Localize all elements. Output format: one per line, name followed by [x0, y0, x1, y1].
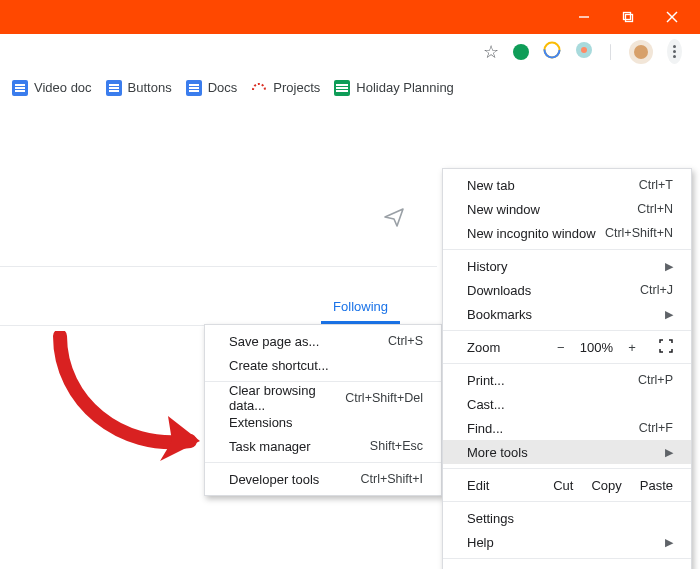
chevron-right-icon: ▶	[665, 536, 673, 549]
kebab-menu-button[interactable]	[667, 39, 682, 64]
menu-print[interactable]: Print...Ctrl+P	[443, 368, 691, 392]
menu-extensions[interactable]: Extensions	[205, 410, 441, 434]
menu-more-tools[interactable]: More tools▶	[443, 440, 691, 464]
chrome-main-menu: New tabCtrl+T New windowCtrl+N New incog…	[442, 168, 692, 569]
divider	[0, 266, 437, 267]
docs-icon	[106, 80, 122, 96]
menu-new-window[interactable]: New windowCtrl+N	[443, 197, 691, 221]
menu-new-tab[interactable]: New tabCtrl+T	[443, 173, 691, 197]
menu-clear-browsing-data[interactable]: Clear browsing data...Ctrl+Shift+Del	[205, 386, 441, 410]
browser-toolbar: ☆ │	[0, 34, 700, 70]
zoom-in-button[interactable]: +	[623, 340, 641, 355]
minimize-button[interactable]	[562, 0, 606, 34]
docs-icon	[12, 80, 28, 96]
star-icon[interactable]: ☆	[483, 41, 499, 63]
extension-icon-3[interactable]	[575, 41, 593, 62]
menu-find[interactable]: Find...Ctrl+F	[443, 416, 691, 440]
maximize-button[interactable]	[606, 0, 650, 34]
menu-help[interactable]: Help▶	[443, 530, 691, 554]
bookmark-holiday[interactable]: Holiday Planning	[334, 80, 454, 96]
chevron-right-icon: ▶	[665, 308, 673, 321]
annotation-arrow	[50, 331, 220, 471]
separator	[443, 558, 691, 559]
edit-paste[interactable]: Paste	[640, 478, 673, 493]
menu-new-incognito[interactable]: New incognito windowCtrl+Shift+N	[443, 221, 691, 245]
separator	[205, 381, 441, 382]
menu-cast[interactable]: Cast...	[443, 392, 691, 416]
menu-history[interactable]: History▶	[443, 254, 691, 278]
svg-rect-2	[626, 15, 633, 22]
menu-zoom: Zoom − 100% +	[443, 335, 691, 359]
menu-developer-tools[interactable]: Developer toolsCtrl+Shift+I	[205, 467, 441, 491]
menu-downloads[interactable]: DownloadsCtrl+J	[443, 278, 691, 302]
menu-save-page[interactable]: Save page as...Ctrl+S	[205, 329, 441, 353]
svg-point-8	[581, 47, 587, 53]
tab-following[interactable]: Following	[321, 290, 400, 324]
docs-icon	[186, 80, 202, 96]
bookmarks-bar: Video doc Buttons Docs Projects Holiday …	[0, 70, 700, 106]
separator	[443, 249, 691, 250]
sheets-icon	[334, 80, 350, 96]
svg-rect-1	[624, 13, 631, 20]
menu-settings[interactable]: Settings	[443, 506, 691, 530]
zoom-value: 100%	[580, 340, 613, 355]
more-tools-submenu: Save page as...Ctrl+S Create shortcut...…	[204, 324, 442, 496]
bookmark-video-doc[interactable]: Video doc	[12, 80, 92, 96]
edit-copy[interactable]: Copy	[591, 478, 621, 493]
separator	[443, 330, 691, 331]
separator	[443, 363, 691, 364]
extension-icon-1[interactable]	[513, 44, 529, 60]
bookmark-projects[interactable]: Projects	[251, 78, 320, 97]
extension-icon-2[interactable]	[543, 41, 561, 62]
close-button[interactable]	[650, 0, 694, 34]
separator	[443, 468, 691, 469]
zoom-out-button[interactable]: −	[552, 340, 570, 355]
chevron-right-icon: ▶	[665, 446, 673, 459]
menu-edit-row: Edit Cut Copy Paste	[443, 473, 691, 497]
edit-cut[interactable]: Cut	[553, 478, 573, 493]
chevron-right-icon: ▶	[665, 260, 673, 273]
profile-avatar[interactable]	[629, 40, 653, 64]
separator	[443, 501, 691, 502]
menu-task-manager[interactable]: Task managerShift+Esc	[205, 434, 441, 458]
menu-bookmarks[interactable]: Bookmarks▶	[443, 302, 691, 326]
window-titlebar	[0, 0, 700, 34]
send-icon[interactable]	[383, 206, 405, 231]
fullscreen-button[interactable]	[657, 339, 675, 356]
projects-icon	[251, 78, 267, 97]
separator	[205, 462, 441, 463]
menu-create-shortcut[interactable]: Create shortcut...	[205, 353, 441, 377]
bookmark-docs[interactable]: Docs	[186, 80, 238, 96]
page-content: Following Save page as...Ctrl+S Create s…	[0, 106, 700, 569]
menu-exit[interactable]: Exit	[443, 563, 691, 569]
bookmark-buttons[interactable]: Buttons	[106, 80, 172, 96]
